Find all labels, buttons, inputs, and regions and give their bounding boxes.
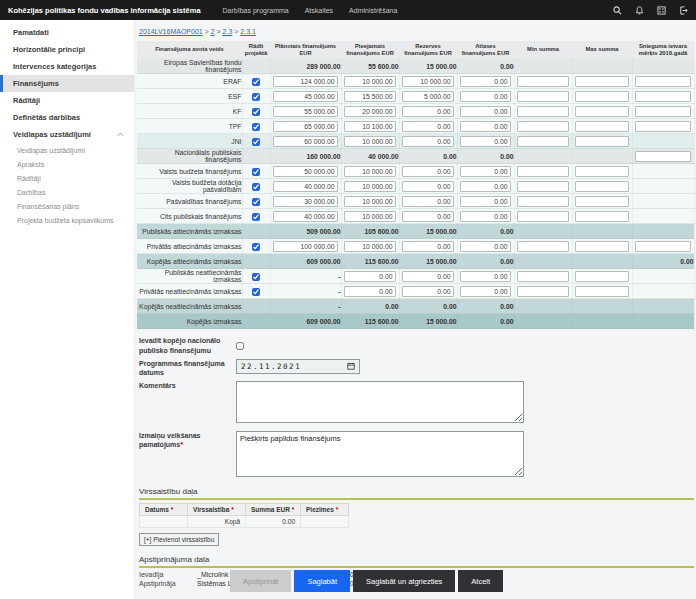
available-input[interactable] xyxy=(344,121,396,132)
show-in-project-checkbox[interactable] xyxy=(252,198,260,206)
max-input[interactable] xyxy=(575,271,629,282)
available-input[interactable] xyxy=(344,181,396,192)
selection-input[interactable] xyxy=(460,241,511,252)
search-icon[interactable] xyxy=(613,6,622,15)
min-input[interactable] xyxy=(517,196,569,207)
show-in-project-checkbox[interactable] xyxy=(252,243,260,251)
sidebar-item-horizont-lie-principi[interactable]: Horizontālie principi xyxy=(0,41,134,58)
calendar-icon[interactable] xyxy=(347,362,355,370)
planned-input[interactable] xyxy=(273,166,338,177)
reserve-input[interactable] xyxy=(402,166,454,177)
max-input[interactable] xyxy=(575,286,629,297)
reserve-input[interactable] xyxy=(402,76,454,87)
show-in-project-checkbox[interactable] xyxy=(252,183,260,191)
planned-input[interactable] xyxy=(273,106,338,117)
selection-input[interactable] xyxy=(460,136,511,147)
available-input[interactable] xyxy=(344,211,396,222)
selection-input[interactable] xyxy=(460,181,511,192)
min-input[interactable] xyxy=(517,91,569,102)
min-input[interactable] xyxy=(517,271,569,282)
sidebar-subitem-r-d-t-ji[interactable]: Rādītāji xyxy=(0,171,134,185)
max-input[interactable] xyxy=(575,121,629,132)
planned-input[interactable] xyxy=(273,181,338,192)
planned-input[interactable] xyxy=(273,121,338,132)
available-input[interactable] xyxy=(344,286,396,297)
max-input[interactable] xyxy=(575,136,629,147)
show-in-project-checkbox[interactable] xyxy=(252,108,260,116)
available-input[interactable] xyxy=(344,76,396,87)
menu-item-atskaites[interactable]: Atskaites xyxy=(305,7,333,14)
reserve-input[interactable] xyxy=(402,286,454,297)
min-input[interactable] xyxy=(517,136,569,147)
selection-input[interactable] xyxy=(460,76,511,87)
planned-input[interactable] xyxy=(273,136,338,147)
min-input[interactable] xyxy=(517,106,569,117)
change-reason-textarea[interactable]: Piešķirts papildus finansējums xyxy=(236,431,524,477)
max-input[interactable] xyxy=(575,241,629,252)
bell-icon[interactable] xyxy=(635,6,644,15)
sidebar-item-finans-jums[interactable]: Finansējums xyxy=(0,75,134,92)
min-input[interactable] xyxy=(517,211,569,222)
reserve-input[interactable] xyxy=(402,106,454,117)
available-input[interactable] xyxy=(344,136,396,147)
breadcrumb-link[interactable]: 2014LV16MAOP001 xyxy=(139,28,203,35)
sidebar-subitem-projekta-bud-eta-kopsavilkums[interactable]: Projekta budžeta kopsavilkums xyxy=(0,213,134,227)
selection-input[interactable] xyxy=(460,271,511,282)
max-input[interactable] xyxy=(575,166,629,177)
show-in-project-checkbox[interactable] xyxy=(252,123,260,131)
reserve-input[interactable] xyxy=(402,196,454,207)
min-input[interactable] xyxy=(517,166,569,177)
available-input[interactable] xyxy=(344,166,396,177)
apps-icon[interactable] xyxy=(657,6,666,15)
selection-input[interactable] xyxy=(460,286,511,297)
program-date-input[interactable]: 22.11.2021 xyxy=(236,359,360,374)
min-input[interactable] xyxy=(517,241,569,252)
reserve-input[interactable] xyxy=(402,181,454,192)
sidebar-subitem-darb-bas[interactable]: Darbības xyxy=(0,185,134,199)
reserve-input[interactable] xyxy=(402,91,454,102)
reserve-input[interactable] xyxy=(402,271,454,282)
target-input[interactable] xyxy=(635,121,691,132)
selection-input[interactable] xyxy=(460,196,511,207)
sidebar-subitem-apraksts[interactable]: Apraksts xyxy=(0,157,134,171)
min-input[interactable] xyxy=(517,181,569,192)
target-input[interactable] xyxy=(635,106,691,117)
reserve-input[interactable] xyxy=(402,241,454,252)
show-in-project-checkbox[interactable] xyxy=(252,168,260,176)
national-total-checkbox[interactable] xyxy=(236,342,244,350)
planned-input[interactable] xyxy=(273,241,338,252)
min-input[interactable] xyxy=(517,76,569,87)
target-input[interactable] xyxy=(635,91,691,102)
max-input[interactable] xyxy=(575,181,629,192)
max-input[interactable] xyxy=(575,91,629,102)
chevron-up-icon[interactable] xyxy=(117,132,124,137)
reserve-input[interactable] xyxy=(402,121,454,132)
show-in-project-checkbox[interactable] xyxy=(252,93,260,101)
comment-textarea[interactable] xyxy=(236,381,524,423)
available-input[interactable] xyxy=(344,271,396,282)
min-input[interactable] xyxy=(517,121,569,132)
reserve-input[interactable] xyxy=(402,136,454,147)
selection-input[interactable] xyxy=(460,91,511,102)
planned-input[interactable] xyxy=(273,196,338,207)
menu-item-darb-bas-programma[interactable]: Darbības programma xyxy=(223,7,289,14)
target-input[interactable] xyxy=(635,151,691,162)
saglab-t-un-atgriezties-button[interactable]: Saglabāt un atgriezties xyxy=(353,570,455,592)
sidebar-item-veidlapas-uzst-d-jumi[interactable]: Veidlapas uzstādījumi xyxy=(0,126,134,143)
max-input[interactable] xyxy=(575,106,629,117)
selection-input[interactable] xyxy=(460,211,511,222)
menu-item-administr-ana[interactable]: Administrēšana xyxy=(349,7,397,14)
breadcrumb-link[interactable]: 2.3 xyxy=(223,28,233,35)
breadcrumb-link[interactable]: 2.3.1 xyxy=(240,28,256,35)
planned-input[interactable] xyxy=(273,211,338,222)
sidebar-item-intervences-kategorijas[interactable]: Intervences kategorijas xyxy=(0,58,134,75)
max-input[interactable] xyxy=(575,76,629,87)
target-input[interactable] xyxy=(635,76,691,87)
sidebar-item-pamatdati[interactable]: Pamatdati xyxy=(0,24,134,41)
target-input[interactable] xyxy=(635,241,691,252)
available-input[interactable] xyxy=(344,196,396,207)
planned-input[interactable] xyxy=(273,76,338,87)
available-input[interactable] xyxy=(344,91,396,102)
sidebar-item-defin-t-s-darb-bas[interactable]: Definētās darbības xyxy=(0,109,134,126)
atcelt-button[interactable]: Atcelt xyxy=(458,570,503,592)
